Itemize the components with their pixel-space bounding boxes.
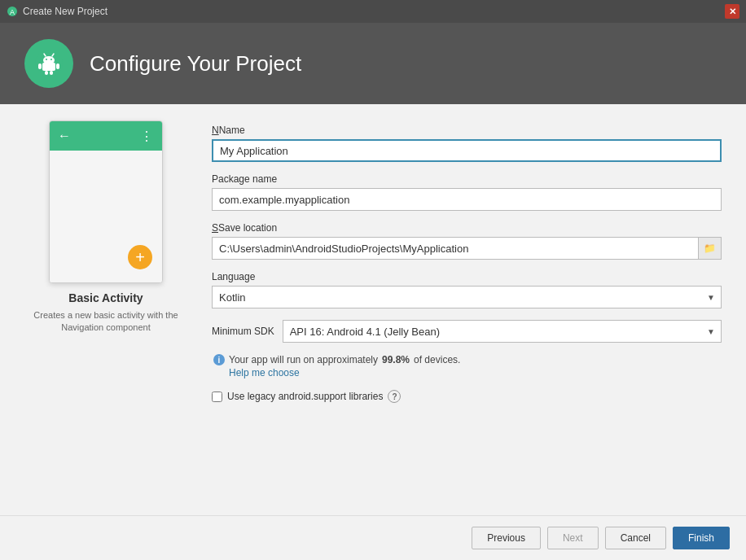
- svg-rect-12: [50, 71, 53, 75]
- save-location-group: SSave location 📁: [212, 222, 722, 260]
- info-text-prefix: Your app will run on approximately: [229, 354, 378, 365]
- package-name-label: Package name: [212, 173, 722, 185]
- page-title: Configure Your Project: [90, 51, 301, 77]
- language-group: Language Kotlin Java ▼: [212, 271, 722, 308]
- footer: Previous Next Cancel Finish: [0, 515, 746, 560]
- info-icon: i: [213, 354, 225, 365]
- svg-text:A: A: [10, 8, 15, 16]
- main-content: ← ⋮ + Basic Activity Creates a new basic…: [0, 104, 746, 515]
- folder-browse-button[interactable]: 📁: [699, 237, 722, 260]
- cancel-button[interactable]: Cancel: [605, 527, 666, 549]
- save-location-wrapper: 📁: [212, 237, 722, 260]
- legacy-help-icon[interactable]: ?: [388, 390, 401, 403]
- app-icon: A: [7, 6, 18, 17]
- close-button[interactable]: ✕: [725, 4, 739, 19]
- legacy-checkbox[interactable]: [212, 392, 222, 402]
- header: Configure Your Project: [0, 23, 746, 104]
- info-text-suffix: of devices.: [414, 354, 460, 365]
- finish-button[interactable]: Finish: [673, 527, 730, 549]
- svg-rect-10: [56, 63, 59, 69]
- svg-point-5: [46, 59, 47, 60]
- svg-point-4: [43, 56, 55, 64]
- svg-point-6: [50, 59, 52, 60]
- help-me-choose-link[interactable]: Help me choose: [229, 367, 722, 378]
- name-input[interactable]: [212, 139, 722, 162]
- package-name-group: Package name: [212, 173, 722, 211]
- activity-desc: Creates a new basic activity with the Na…: [24, 309, 187, 335]
- language-dropdown-wrapper: Kotlin Java ▼: [212, 286, 722, 308]
- activity-name: Basic Activity: [68, 291, 143, 304]
- phone-back-arrow-icon: ←: [58, 129, 71, 143]
- svg-rect-11: [45, 71, 48, 75]
- left-panel: ← ⋮ + Basic Activity Creates a new basic…: [24, 120, 187, 499]
- info-percentage: 99.8%: [382, 354, 410, 365]
- package-name-input[interactable]: [212, 188, 722, 211]
- phone-menu-icon: ⋮: [140, 129, 154, 144]
- language-select[interactable]: Kotlin Java: [212, 286, 722, 308]
- name-group: NName: [212, 125, 722, 162]
- previous-button[interactable]: Previous: [472, 527, 541, 549]
- sdk-row: Minimum SDK API 16: Android 4.1 (Jelly B…: [212, 320, 722, 343]
- min-sdk-group: Minimum SDK API 16: Android 4.1 (Jelly B…: [212, 320, 722, 343]
- phone-body: +: [50, 151, 162, 282]
- folder-icon: 📁: [704, 243, 716, 254]
- form-panel: NName Package name SSave location 📁: [212, 120, 722, 499]
- legacy-checkbox-label: Use legacy android.support libraries: [227, 391, 383, 402]
- phone-top-bar: ← ⋮: [50, 121, 162, 151]
- save-location-input[interactable]: [212, 237, 699, 260]
- info-line: i Your app will run on approximately 99.…: [213, 354, 722, 365]
- min-sdk-select-wrapper: API 16: Android 4.1 (Jelly Bean) API 21:…: [283, 320, 722, 343]
- svg-rect-9: [38, 63, 42, 69]
- phone-preview: ← ⋮ +: [49, 120, 163, 283]
- language-label: Language: [212, 271, 722, 282]
- title-bar-text: Create New Project: [23, 6, 108, 17]
- min-sdk-label: Minimum SDK: [212, 326, 274, 337]
- legacy-checkbox-row: Use legacy android.support libraries ?: [212, 390, 722, 403]
- title-bar: A Create New Project ✕: [0, 0, 746, 23]
- next-button[interactable]: Next: [547, 527, 599, 549]
- name-label: NName: [212, 125, 722, 136]
- min-sdk-select[interactable]: API 16: Android 4.1 (Jelly Bean) API 21:…: [283, 320, 722, 343]
- phone-fab-icon: +: [128, 245, 152, 269]
- info-row: i Your app will run on approximately 99.…: [212, 354, 722, 378]
- android-logo-icon: [24, 39, 73, 88]
- save-location-label: SSave location: [212, 222, 722, 234]
